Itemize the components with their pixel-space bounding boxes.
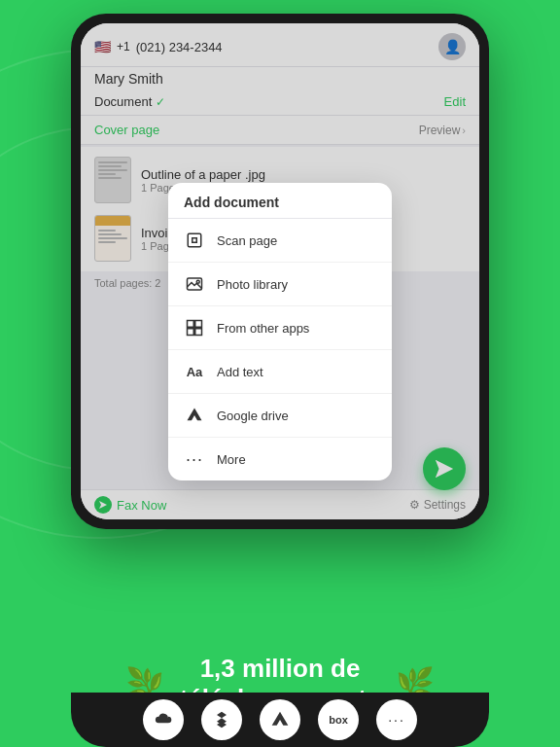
more-label: More bbox=[217, 452, 246, 467]
bottom-dock: box ··· bbox=[71, 693, 489, 747]
more-icon: ··· bbox=[184, 448, 205, 470]
svg-rect-8 bbox=[195, 329, 202, 336]
text-label: Add text bbox=[217, 365, 263, 379]
drive-icon bbox=[184, 405, 205, 426]
dock-box-button[interactable]: box bbox=[318, 699, 359, 740]
drive-label: Google drive bbox=[217, 409, 289, 423]
device-screen: 🇺🇸 +1 (021) 234-2344 👤 Mary Smith Docume… bbox=[81, 23, 479, 519]
svg-rect-6 bbox=[195, 321, 202, 328]
svg-rect-2 bbox=[188, 233, 201, 247]
svg-rect-5 bbox=[188, 321, 194, 328]
svg-point-4 bbox=[196, 280, 199, 283]
scan-label: Scan page bbox=[217, 233, 277, 248]
modal-title-row: Add document bbox=[168, 183, 392, 219]
dock-more-button[interactable]: ··· bbox=[376, 699, 417, 740]
modal-item-photo[interactable]: Photo library bbox=[168, 263, 392, 306]
app-content: 🇺🇸 +1 (021) 234-2344 👤 Mary Smith Docume… bbox=[81, 23, 479, 519]
dock-drive-button[interactable] bbox=[260, 699, 300, 740]
apps-label: From other apps bbox=[217, 321, 309, 336]
modal-title: Add document bbox=[184, 195, 376, 210]
dock-cloud-button[interactable] bbox=[143, 699, 184, 740]
dock-dropbox-button[interactable] bbox=[201, 699, 242, 740]
modal-item-scan[interactable]: Scan page bbox=[168, 219, 392, 263]
modal-item-text[interactable]: Aa Add text bbox=[168, 350, 392, 394]
tablet-device: 🇺🇸 +1 (021) 234-2344 👤 Mary Smith Docume… bbox=[71, 14, 489, 529]
modal-item-more[interactable]: ··· More bbox=[168, 438, 392, 480]
svg-rect-7 bbox=[188, 329, 194, 336]
scan-icon bbox=[184, 230, 205, 251]
text-icon: Aa bbox=[184, 361, 205, 382]
modal-overlay: Add document Scan page bbox=[81, 23, 479, 519]
modal-item-apps[interactable]: From other apps bbox=[168, 306, 392, 350]
add-document-modal: Add document Scan page bbox=[168, 183, 392, 480]
promo-line1: 1,3 million de bbox=[200, 654, 361, 684]
apps-icon bbox=[184, 317, 205, 338]
photo-label: Photo library bbox=[217, 277, 288, 292]
modal-item-drive[interactable]: Google drive bbox=[168, 394, 392, 438]
photo-icon bbox=[184, 273, 205, 295]
